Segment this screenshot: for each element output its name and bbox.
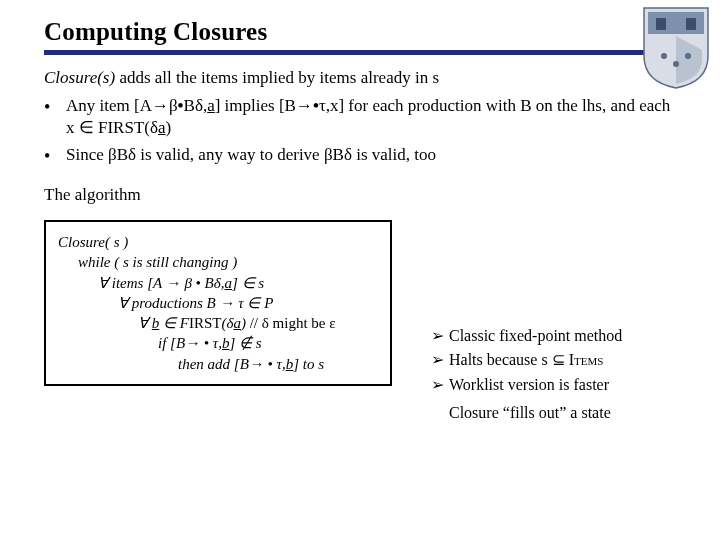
- alg-line-6: if [B→ • τ,b] ∉ s: [58, 333, 378, 353]
- crest-logo: [642, 6, 710, 90]
- bullet-1-text: Any item [A→β•Bδ,a] implies [B→•τ,x] for…: [66, 95, 676, 139]
- intro-lead: Closure(s): [44, 68, 115, 87]
- svg-point-3: [661, 53, 667, 59]
- arrow-bullet-icon: ➢: [431, 350, 449, 370]
- slide-body: Closure(s) adds all the items implied by…: [44, 67, 676, 386]
- bullet-dot-icon: •: [44, 145, 66, 168]
- svg-rect-1: [656, 18, 666, 30]
- svg-point-5: [685, 53, 691, 59]
- note-2: ➢ Halts because s ⊆ Items: [431, 350, 676, 370]
- note-fill: Closure “fills out” a state: [449, 403, 676, 423]
- arrow-bullet-icon: ➢: [431, 375, 449, 395]
- bullet-1: • Any item [A→β•Bδ,a] implies [B→•τ,x] f…: [44, 95, 676, 139]
- bullet-2-text: Since βBδ is valid, any way to derive βB…: [66, 144, 676, 168]
- note-3: ➢ Worklist version is faster: [431, 375, 676, 395]
- alg-line-3: ∀ items [A → β • Bδ,a] ∈ s: [58, 273, 378, 293]
- svg-point-4: [673, 61, 679, 67]
- title-rule: [44, 50, 676, 55]
- alg-line-4: ∀ productions B → τ ∈ P: [58, 293, 378, 313]
- intro-rest: adds all the items implied by items alre…: [115, 68, 439, 87]
- alg-line-7: then add [B→ • τ,b] to s: [58, 354, 378, 374]
- alg-line-2: while ( s is still changing ): [58, 252, 378, 272]
- side-notes: ➢ Classic fixed-point method ➢ Halts bec…: [431, 322, 676, 424]
- bullet-2: • Since βBδ is valid, any way to derive …: [44, 144, 676, 168]
- svg-rect-2: [686, 18, 696, 30]
- note-1: ➢ Classic fixed-point method: [431, 326, 676, 346]
- arrow-bullet-icon: ➢: [431, 326, 449, 346]
- bullet-dot-icon: •: [44, 96, 66, 139]
- algorithm-box: Closure( s ) while ( s is still changing…: [44, 220, 392, 386]
- slide: Computing Closures Closure(s) adds all t…: [0, 0, 720, 540]
- alg-line-5: ∀ b ∈ FIRST(δa) // δ might be ε: [58, 313, 378, 333]
- slide-title: Computing Closures: [44, 18, 676, 46]
- alg-line-1: Closure( s ): [58, 232, 378, 252]
- algorithm-heading: The algorithm: [44, 184, 676, 206]
- intro-line: Closure(s) adds all the items implied by…: [44, 67, 676, 89]
